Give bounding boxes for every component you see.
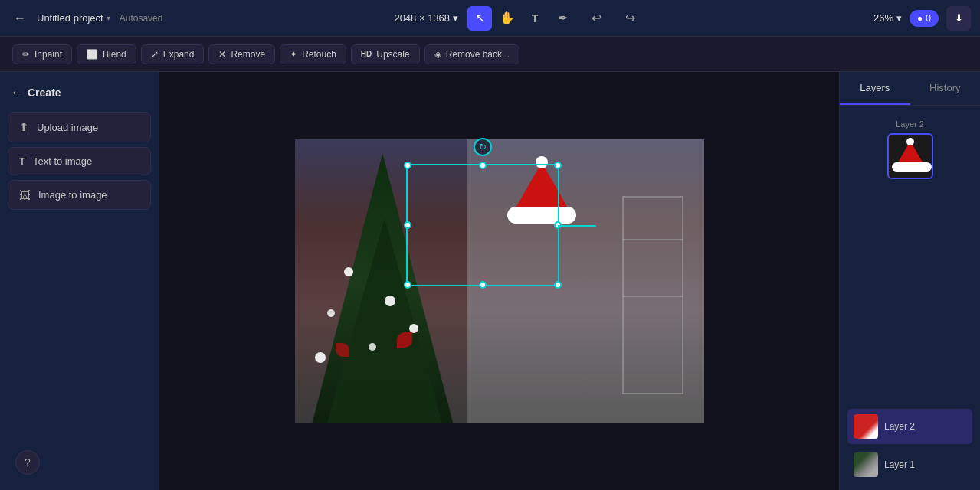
topbar-left: ← Untitled project ▾ Autosaved [9,8,162,29]
secondary-toolbar: ✏ Inpaint ⬜ Blend ⤢ Expand ✕ Remove ✦ Re… [0,37,980,72]
redo-button[interactable]: ↪ [618,6,642,31]
export-icon: ⬇ [955,12,963,24]
project-title: Untitled project [37,12,103,24]
red-flower-2 [336,343,349,357]
spacer [847,191,972,404]
sidebar-item-image-to-image[interactable]: 🖼 Image to image [8,180,151,210]
retouch-icon: ✦ [290,49,297,60]
sidebar-item-upload[interactable]: ⬆ Upload image [8,112,151,142]
pen-tool[interactable]: ✒ [550,6,575,31]
right-panel: Layers History Layer 2 [839,72,980,490]
retouch-label: Retouch [302,49,336,60]
ornament-4 [409,324,418,333]
layer-1-thumb-image [854,452,878,477]
santa-hat-on-head [507,162,576,224]
project-title-chevron[interactable]: ▾ [107,14,110,22]
back-button[interactable]: ← [9,8,31,29]
tab-layers[interactable]: Layers [840,72,910,105]
text-to-image-icon: T [19,155,25,167]
layers-list: Layer 2 Layer 1 [847,409,972,482]
layer-1-name: Layer 1 [884,459,915,470]
layer-2-thumb-image [854,414,878,439]
canvas-area[interactable]: ↻ [159,72,839,490]
layer-2-name: Layer 2 [884,421,915,432]
tab-history[interactable]: History [910,72,981,105]
zoom-button[interactable]: 26% ▾ [873,12,902,24]
tool-group: ↖ ✋ T ✒ [467,6,575,31]
preview-hat-pompom [906,138,914,145]
dimensions-chevron: ▾ [453,12,458,24]
upload-icon: ⬆ [19,120,29,134]
layer-1-thumb [854,452,878,477]
layers-tab-label: Layers [860,82,890,93]
undo-button[interactable]: ↩ [584,6,608,31]
ornament-5 [369,343,376,351]
autosaved-label: Autosaved [120,13,163,24]
sidebar-title: Create [28,87,61,99]
hat-brim [507,207,576,224]
shelf-horizontal-2 [622,296,683,297]
zoom-level: 26% [873,12,893,24]
dimensions-button[interactable]: 2048 × 1368 ▾ [394,12,458,24]
image-to-image-label: Image to image [38,189,107,201]
blend-icon: ⬜ [87,49,98,60]
canvas-scene [295,139,704,423]
main-area: ← Create ⬆ Upload image T Text to image … [0,72,980,490]
panel-tabs: Layers History [840,72,980,106]
expand-label: Expand [163,49,195,60]
ornament-2 [385,296,395,306]
credits-icon: ● [917,13,923,24]
remove-button[interactable]: ✕ Remove [208,44,275,64]
removebg-button[interactable]: ◈ Remove back... [424,44,519,64]
layer-item-1[interactable]: Layer 1 [847,447,972,482]
upload-label: Upload image [37,122,98,133]
ornament-1 [344,267,353,276]
layer-preview-title: Layer 2 [847,119,972,129]
inpaint-icon: ✏ [22,49,30,60]
remove-label: Remove [231,49,265,60]
history-tab-label: History [929,82,960,93]
help-icon: ? [25,456,31,469]
sidebar-item-text-to-image[interactable]: T Text to image [8,147,151,175]
hat-pompom [536,156,548,168]
help-button[interactable]: ? [15,450,40,475]
removebg-label: Remove back... [446,49,510,60]
blend-label: Blend [103,49,126,60]
panel-content: Layer 2 Layer 2 [840,106,980,490]
export-button[interactable]: ⬇ [946,6,971,31]
expand-button[interactable]: ⤢ Expand [141,44,205,64]
hand-tool[interactable]: ✋ [495,6,519,31]
layer-preview-thumbnail [887,133,933,179]
blend-button[interactable]: ⬜ Blend [77,44,136,64]
zoom-chevron: ▾ [896,12,902,24]
project-title-group: Untitled project ▾ [37,12,110,24]
left-sidebar: ← Create ⬆ Upload image T Text to image … [0,72,159,490]
canvas-container: ↻ [295,139,704,423]
inpaint-button[interactable]: ✏ Inpaint [12,44,72,64]
remove-icon: ✕ [218,49,226,60]
layer-item-2[interactable]: Layer 2 [847,409,972,444]
inpaint-label: Inpaint [34,49,62,60]
ornament-6 [315,352,326,363]
preview-hat-brim [892,162,932,172]
upscale-button[interactable]: HD Upscale [351,44,420,64]
expand-icon: ⤢ [151,49,159,60]
sidebar-header: ← Create [8,81,151,104]
image-to-image-icon: 🖼 [19,188,31,201]
select-tool[interactable]: ↖ [467,6,492,31]
topbar-center: 2048 × 1368 ▾ ↖ ✋ T ✒ ↩ ↪ [169,6,867,31]
upscale-icon: HD [361,50,372,58]
upscale-label: Upscale [376,49,409,60]
layer-preview-section: Layer 2 [847,113,972,187]
red-flower [397,332,412,348]
shelf-horizontal [622,239,683,240]
sidebar-back-icon: ← [11,86,23,100]
credits-button[interactable]: ● 0 [910,10,939,27]
topbar: ← Untitled project ▾ Autosaved 2048 × 13… [0,0,980,37]
text-tool[interactable]: T [523,6,547,31]
removebg-icon: ◈ [434,49,441,60]
canvas-dimensions: 2048 × 1368 [394,12,450,24]
text-to-image-label: Text to image [33,155,92,167]
retouch-button[interactable]: ✦ Retouch [280,44,346,64]
layer-2-thumb [854,414,878,439]
